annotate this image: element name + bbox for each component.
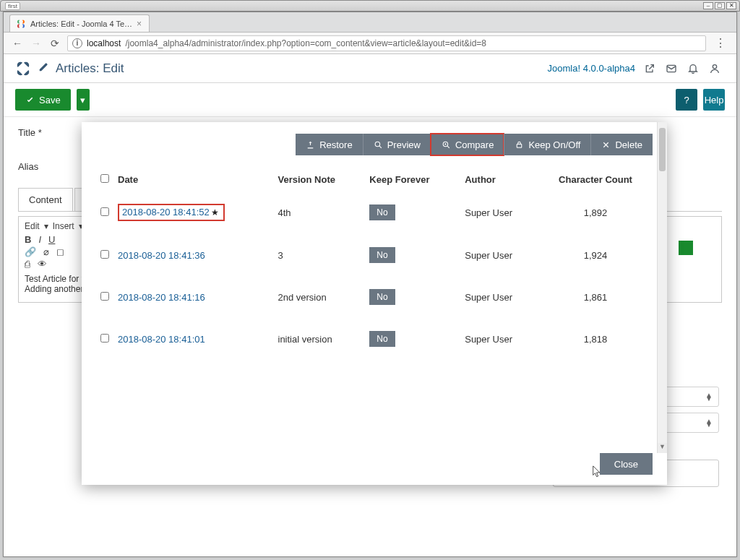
save-button[interactable]: Save	[15, 89, 71, 111]
version-date-link[interactable]: 2018-08-20 18:41:16	[118, 292, 205, 303]
bookmark-icon[interactable]: ◻	[56, 246, 64, 257]
select-all-checkbox[interactable]	[100, 174, 109, 183]
nav-reload-button[interactable]: ⟳	[48, 37, 61, 50]
help-icon-button[interactable]: ?	[676, 89, 697, 111]
joomla-favicon-icon	[16, 19, 26, 29]
external-link-icon[interactable]	[642, 61, 657, 76]
table-row: 2018-08-20 18:41:52★ 4th No Super User 1…	[96, 191, 653, 234]
browser-addressbar: ← → ⟳ i localhost /joomla4_alpha4/admini…	[4, 33, 736, 54]
svg-rect-4	[517, 144, 522, 147]
mouse-cursor-icon	[593, 465, 603, 480]
col-count: Character Count	[538, 168, 653, 191]
char-count: 1,818	[538, 318, 653, 360]
modal-toolbar: Restore Preview Compare Keep On/Off Dele…	[96, 134, 653, 155]
tab-content[interactable]: Content	[18, 188, 73, 211]
brand-link[interactable]: Joomla! 4.0.0-alpha4	[548, 63, 635, 74]
star-icon: ★	[211, 207, 219, 217]
os-minimize-button[interactable]: –	[703, 2, 713, 9]
version-date-link[interactable]: 2018-08-20 18:41:52	[122, 207, 210, 217]
close-button[interactable]: Close	[600, 453, 653, 475]
browser-tabstrip: Articles: Edit - Joomla 4 Te… ×	[4, 12, 736, 33]
browser-menu-icon[interactable]: ⋮	[712, 36, 729, 50]
nav-back-button[interactable]: ←	[11, 37, 24, 50]
keep-toggle-button[interactable]: No	[369, 247, 395, 263]
row-checkbox[interactable]	[100, 207, 109, 216]
row-checkbox[interactable]	[100, 334, 109, 343]
version-note: 4th	[274, 191, 366, 234]
keep-toggle-button[interactable]: No	[369, 331, 395, 347]
scroll-thumb[interactable]	[659, 128, 666, 171]
url-path: /joomla4_alpha4/administrator/index.php?…	[125, 38, 486, 48]
os-titlebar: first – ▢ ✕	[0, 0, 740, 12]
mail-icon[interactable]	[664, 61, 679, 76]
preview-button[interactable]: Preview	[363, 134, 431, 155]
char-count: 1,861	[538, 276, 653, 318]
table-row: 2018-08-20 18:41:36 3 No Super User 1,92…	[96, 234, 653, 276]
row-checkbox[interactable]	[100, 250, 109, 259]
admin-topbar: Articles: Edit Joomla! 4.0.0-alpha4	[4, 54, 736, 83]
italic-icon[interactable]: I	[38, 234, 41, 245]
version-date-link[interactable]: 2018-08-20 18:41:01	[118, 334, 205, 345]
version-author: Super User	[460, 234, 538, 276]
question-icon: ?	[684, 95, 689, 105]
version-author: Super User	[460, 191, 538, 234]
version-note: 2nd version	[274, 276, 366, 318]
keep-onoff-button[interactable]: Keep On/Off	[504, 134, 590, 155]
preview-icon[interactable]: 👁	[38, 259, 47, 270]
row-checkbox[interactable]	[100, 292, 109, 301]
bold-icon[interactable]: B	[25, 234, 31, 245]
version-note: 3	[274, 234, 366, 276]
col-note: Version Note	[274, 168, 366, 191]
page-title: Articles: Edit	[56, 61, 124, 76]
bell-icon[interactable]	[686, 61, 700, 76]
underline-icon[interactable]: U	[48, 234, 55, 245]
col-keep: Keep Forever	[365, 168, 460, 191]
pencil-icon	[38, 62, 48, 74]
save-dropdown-button[interactable]: ▾	[77, 89, 90, 111]
browser-tab[interactable]: Articles: Edit - Joomla 4 Te… ×	[9, 14, 150, 32]
versions-table: Date Version Note Keep Forever Author Ch…	[96, 168, 653, 360]
help-label: Help	[705, 95, 724, 105]
page-content: Articles: Edit Joomla! 4.0.0-alpha4 Save…	[4, 54, 736, 556]
partial-green-button[interactable]	[679, 241, 693, 255]
tab-close-icon[interactable]: ×	[137, 19, 142, 29]
os-badge: first	[5, 2, 20, 10]
version-author: Super User	[460, 318, 538, 360]
versions-modal: Restore Preview Compare Keep On/Off Dele…	[82, 122, 667, 485]
table-row: 2018-08-20 18:41:16 2nd version No Super…	[96, 276, 653, 318]
unlink-icon[interactable]: ⌀	[43, 246, 49, 257]
char-count: 1,924	[538, 234, 653, 276]
col-author: Author	[460, 168, 538, 191]
user-icon[interactable]	[707, 61, 722, 76]
editor-menu-insert[interactable]: Insert	[53, 221, 74, 231]
editor-menu-edit[interactable]: Edit	[25, 221, 40, 231]
help-button[interactable]: Help	[703, 89, 725, 111]
modal-scrollbar[interactable]: ▼	[657, 122, 667, 453]
restore-button[interactable]: Restore	[296, 134, 363, 155]
table-row: 2018-08-20 18:41:01 initial version No S…	[96, 318, 653, 360]
url-field[interactable]: i localhost /joomla4_alpha4/administrato…	[67, 35, 706, 51]
keep-toggle-button[interactable]: No	[369, 204, 395, 220]
svg-point-1	[713, 64, 716, 68]
col-date: Date	[113, 168, 274, 191]
modal-footer: Close	[96, 443, 653, 475]
version-date-link[interactable]: 2018-08-20 18:41:36	[118, 250, 205, 261]
keep-toggle-button[interactable]: No	[369, 289, 395, 305]
svg-point-2	[375, 142, 380, 147]
url-host: localhost	[87, 38, 121, 48]
delete-button[interactable]: Delete	[590, 134, 653, 155]
link-icon[interactable]: 🔗	[25, 246, 36, 257]
print-icon[interactable]: ⎙	[25, 259, 30, 270]
save-label: Save	[39, 95, 61, 105]
nav-forward-button[interactable]: →	[30, 37, 43, 50]
os-maximize-button[interactable]: ▢	[715, 2, 725, 9]
compare-button[interactable]: Compare	[431, 134, 504, 155]
site-info-icon[interactable]: i	[72, 38, 82, 48]
char-count: 1,892	[538, 191, 653, 234]
scroll-down-icon[interactable]: ▼	[658, 443, 667, 453]
joomla-logo-icon	[15, 61, 31, 77]
os-close-button[interactable]: ✕	[726, 2, 736, 9]
version-note: initial version	[274, 318, 366, 360]
browser-tab-title: Articles: Edit - Joomla 4 Te…	[30, 20, 132, 28]
version-author: Super User	[460, 276, 538, 318]
